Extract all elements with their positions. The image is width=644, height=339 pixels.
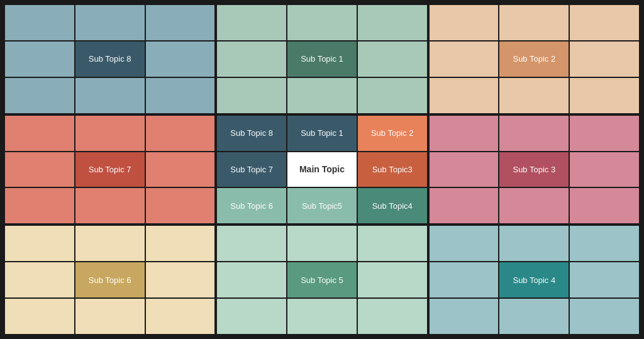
main-grid: Sub Topic 8 Sub Topic 1 Sub Topic 2 Su bbox=[3, 3, 641, 336]
cell[interactable] bbox=[358, 5, 427, 40]
cell[interactable] bbox=[75, 188, 145, 223]
cell[interactable] bbox=[430, 299, 499, 334]
cell[interactable] bbox=[75, 226, 145, 261]
cell[interactable] bbox=[217, 299, 286, 334]
center-main[interactable]: Main Topic bbox=[287, 152, 357, 187]
cell[interactable] bbox=[287, 226, 357, 261]
cell[interactable] bbox=[570, 262, 639, 297]
subtopic8-label[interactable]: Sub Topic 8 bbox=[75, 42, 145, 77]
cell[interactable] bbox=[499, 188, 569, 223]
cell[interactable] bbox=[217, 42, 286, 77]
cell[interactable] bbox=[146, 226, 215, 261]
center-sub2[interactable]: Sub Topic 2 bbox=[358, 116, 427, 151]
cell[interactable] bbox=[5, 116, 74, 151]
cell[interactable] bbox=[570, 116, 639, 151]
cell[interactable] bbox=[217, 5, 286, 40]
cell[interactable] bbox=[570, 226, 639, 261]
cell[interactable] bbox=[499, 226, 569, 261]
subtopic6-label[interactable]: Sub Topic 6 bbox=[75, 262, 145, 297]
subtopic5-label[interactable]: Sub Topic 5 bbox=[287, 262, 357, 297]
cell[interactable] bbox=[499, 5, 569, 40]
cell[interactable] bbox=[5, 42, 74, 77]
subtopic2-label[interactable]: Sub Topic 2 bbox=[499, 42, 569, 77]
cell[interactable] bbox=[358, 299, 427, 334]
cell[interactable] bbox=[430, 42, 499, 77]
cell[interactable] bbox=[499, 78, 569, 113]
cell[interactable] bbox=[287, 5, 357, 40]
cell[interactable] bbox=[430, 116, 499, 151]
cell[interactable] bbox=[570, 42, 639, 77]
cell[interactable] bbox=[146, 5, 215, 40]
panel-subtopic1: Sub Topic 1 bbox=[217, 5, 426, 113]
cell[interactable] bbox=[430, 78, 499, 113]
cell[interactable] bbox=[5, 299, 74, 334]
cell[interactable] bbox=[146, 188, 215, 223]
cell[interactable] bbox=[430, 188, 499, 223]
cell[interactable] bbox=[499, 299, 569, 334]
cell[interactable] bbox=[358, 78, 427, 113]
cell[interactable] bbox=[570, 299, 639, 334]
cell[interactable] bbox=[358, 262, 427, 297]
cell[interactable] bbox=[146, 299, 215, 334]
panel-subtopic4: Sub Topic 4 bbox=[430, 226, 639, 334]
cell[interactable] bbox=[146, 262, 215, 297]
center-sub6[interactable]: Sub Topic 6 bbox=[217, 188, 286, 223]
cell[interactable] bbox=[430, 5, 499, 40]
cell[interactable] bbox=[430, 152, 499, 187]
cell[interactable] bbox=[217, 78, 286, 113]
cell[interactable] bbox=[146, 152, 215, 187]
cell[interactable] bbox=[499, 116, 569, 151]
panel-subtopic2: Sub Topic 2 bbox=[430, 5, 639, 113]
center-sub5[interactable]: Sub Topic5 bbox=[287, 188, 357, 223]
cell[interactable] bbox=[75, 299, 145, 334]
cell[interactable] bbox=[217, 226, 286, 261]
center-sub7[interactable]: Sub Topic 7 bbox=[217, 152, 286, 187]
cell[interactable] bbox=[570, 152, 639, 187]
center-sub3[interactable]: Sub Topic3 bbox=[358, 152, 427, 187]
cell[interactable] bbox=[75, 78, 145, 113]
cell[interactable] bbox=[75, 116, 145, 151]
subtopic7-label[interactable]: Sub Topic 7 bbox=[75, 152, 145, 187]
cell[interactable] bbox=[5, 188, 74, 223]
cell[interactable] bbox=[430, 262, 499, 297]
cell[interactable] bbox=[570, 5, 639, 40]
cell[interactable] bbox=[570, 78, 639, 113]
cell[interactable] bbox=[5, 262, 74, 297]
cell[interactable] bbox=[5, 226, 74, 261]
cell[interactable] bbox=[75, 5, 145, 40]
subtopic1-label[interactable]: Sub Topic 1 bbox=[287, 42, 357, 77]
cell[interactable] bbox=[5, 5, 74, 40]
center-sub1[interactable]: Sub Topic 1 bbox=[287, 116, 357, 151]
cell[interactable] bbox=[287, 299, 357, 334]
panel-subtopic3: Sub Topic 3 bbox=[430, 116, 639, 224]
panel-subtopic8: Sub Topic 8 bbox=[5, 5, 214, 113]
cell[interactable] bbox=[570, 188, 639, 223]
panel-main: Sub Topic 8 Sub Topic 1 Sub Topic 2 Sub … bbox=[217, 116, 426, 224]
cell[interactable] bbox=[358, 226, 427, 261]
cell[interactable] bbox=[430, 226, 499, 261]
cell[interactable] bbox=[5, 78, 74, 113]
panel-subtopic5: Sub Topic 5 bbox=[217, 226, 426, 334]
cell[interactable] bbox=[358, 42, 427, 77]
panel-subtopic7: Sub Topic 7 bbox=[5, 116, 214, 224]
subtopic3-label[interactable]: Sub Topic 3 bbox=[499, 152, 569, 187]
panel-subtopic6: Sub Topic 6 bbox=[5, 226, 214, 334]
cell[interactable] bbox=[146, 42, 215, 77]
cell[interactable] bbox=[287, 78, 357, 113]
cell[interactable] bbox=[146, 116, 215, 151]
cell[interactable] bbox=[5, 152, 74, 187]
cell[interactable] bbox=[146, 78, 215, 113]
center-sub8[interactable]: Sub Topic 8 bbox=[217, 116, 286, 151]
center-sub4[interactable]: Sub Topic4 bbox=[358, 188, 427, 223]
subtopic4-label[interactable]: Sub Topic 4 bbox=[499, 262, 569, 297]
cell[interactable] bbox=[217, 262, 286, 297]
